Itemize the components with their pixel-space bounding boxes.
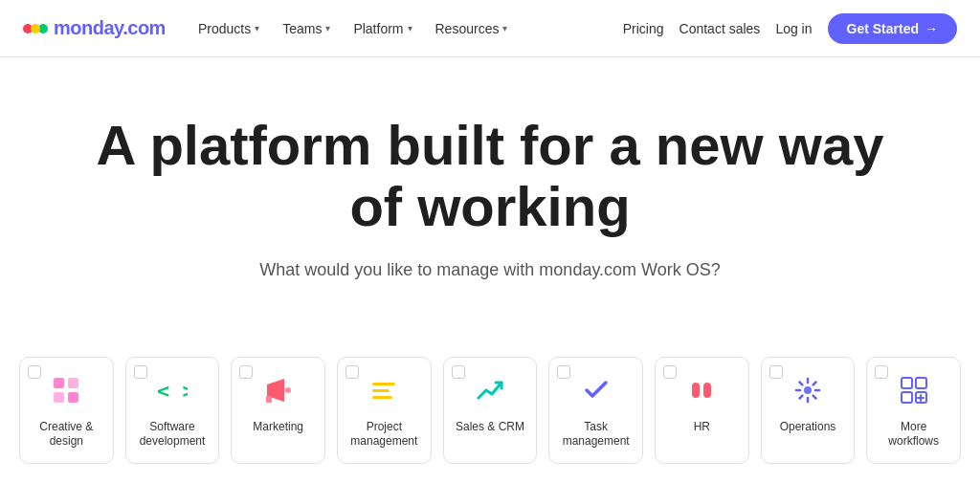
operations-icon: [792, 375, 823, 410]
nav-contact-link[interactable]: Contact sales: [679, 21, 761, 36]
workflow-card-marketing[interactable]: Marketing: [231, 357, 325, 464]
card-checkbox[interactable]: [663, 365, 677, 379]
svg-rect-2: [54, 392, 64, 403]
svg-text:< >: < >: [157, 379, 188, 403]
chevron-down-icon: ▾: [325, 23, 330, 33]
card-checkbox[interactable]: [769, 365, 783, 379]
workflow-cards: Creative & design < > Software developme…: [0, 357, 980, 483]
workflow-card-creative[interactable]: Creative & design: [19, 357, 114, 464]
hero-subtitle: What would you like to manage with monda…: [78, 260, 902, 280]
hero-section: A platform built for a new way of workin…: [59, 57, 921, 357]
logo[interactable]: monday.com: [23, 17, 166, 39]
svg-rect-7: [266, 396, 272, 403]
workflow-card-sales[interactable]: Sales & CRM: [443, 357, 538, 464]
nav-item-resources[interactable]: Resources ▾: [426, 15, 518, 42]
chevron-down-icon: ▾: [255, 23, 259, 33]
card-checkbox[interactable]: [345, 365, 359, 379]
svg-point-6: [285, 387, 291, 393]
nav-item-platform[interactable]: Platform ▾: [344, 15, 421, 42]
logo-dot: [38, 24, 48, 33]
logo-suffix: .com: [122, 17, 166, 38]
workflow-card-more[interactable]: More workflows: [866, 357, 961, 464]
svg-rect-12: [703, 383, 711, 398]
workflow-card-hr[interactable]: HR: [655, 357, 749, 464]
card-checkbox[interactable]: [557, 365, 570, 379]
navbar: monday.com Products ▾ Teams ▾ Platform ▾…: [0, 0, 980, 57]
nav-item-teams[interactable]: Teams ▾: [273, 15, 340, 42]
nav-item-products[interactable]: Products ▾: [189, 15, 269, 42]
svg-rect-9: [372, 389, 390, 392]
sales-icon: [475, 375, 505, 410]
workflow-label-creative: Creative & design: [32, 420, 101, 450]
chevron-down-icon: ▾: [502, 23, 507, 33]
task-icon: [581, 375, 612, 410]
card-checkbox[interactable]: [239, 365, 253, 379]
workflow-label-more: More workflows: [879, 420, 948, 450]
svg-rect-0: [54, 378, 64, 388]
workflow-card-task[interactable]: Task management: [548, 357, 643, 464]
nav-right: Pricing Contact sales Log in Get Started…: [623, 13, 957, 44]
marketing-icon: [263, 375, 294, 410]
card-checkbox[interactable]: [875, 365, 888, 379]
svg-rect-8: [372, 383, 395, 385]
nav-get-started-button[interactable]: Get Started →: [828, 13, 957, 44]
svg-rect-16: [902, 392, 912, 403]
svg-rect-15: [916, 378, 926, 388]
logo-icon: [23, 20, 50, 37]
svg-rect-14: [902, 378, 912, 388]
workflow-label-task: Task management: [561, 420, 631, 450]
project-icon: [368, 375, 399, 410]
workflow-label-marketing: Marketing: [253, 420, 303, 435]
arrow-icon: →: [924, 21, 938, 36]
workflow-label-software: Software development: [138, 420, 208, 450]
svg-rect-11: [692, 383, 700, 398]
workflow-label-sales: Sales & CRM: [456, 420, 524, 435]
logo-brand: monday: [54, 17, 122, 38]
card-checkbox[interactable]: [452, 365, 465, 379]
workflow-label-project: Project management: [349, 420, 419, 450]
nav-login-link[interactable]: Log in: [775, 21, 812, 36]
logo-text: monday.com: [54, 17, 166, 39]
workflow-label-operations: Operations: [780, 420, 836, 435]
workflow-label-hr: HR: [694, 420, 710, 435]
card-checkbox[interactable]: [28, 365, 41, 379]
hr-icon: [686, 375, 717, 410]
hero-title: A platform built for a new way of workin…: [78, 115, 902, 237]
svg-point-13: [804, 386, 812, 394]
workflow-card-software[interactable]: < > Software development: [125, 357, 220, 464]
workflow-card-project[interactable]: Project management: [337, 357, 432, 464]
software-icon: < >: [157, 375, 188, 410]
svg-rect-10: [372, 396, 392, 399]
card-checkbox[interactable]: [134, 365, 147, 379]
workflow-card-operations[interactable]: Operations: [761, 357, 856, 464]
chevron-down-icon: ▾: [408, 23, 412, 33]
nav-menu: Products ▾ Teams ▾ Platform ▾ Resources …: [189, 15, 518, 42]
svg-rect-1: [68, 378, 78, 388]
creative-icon: [51, 375, 81, 410]
more-icon: [899, 375, 929, 410]
nav-pricing-link[interactable]: Pricing: [623, 21, 664, 36]
svg-rect-3: [68, 392, 78, 403]
nav-left: monday.com Products ▾ Teams ▾ Platform ▾…: [23, 15, 517, 42]
